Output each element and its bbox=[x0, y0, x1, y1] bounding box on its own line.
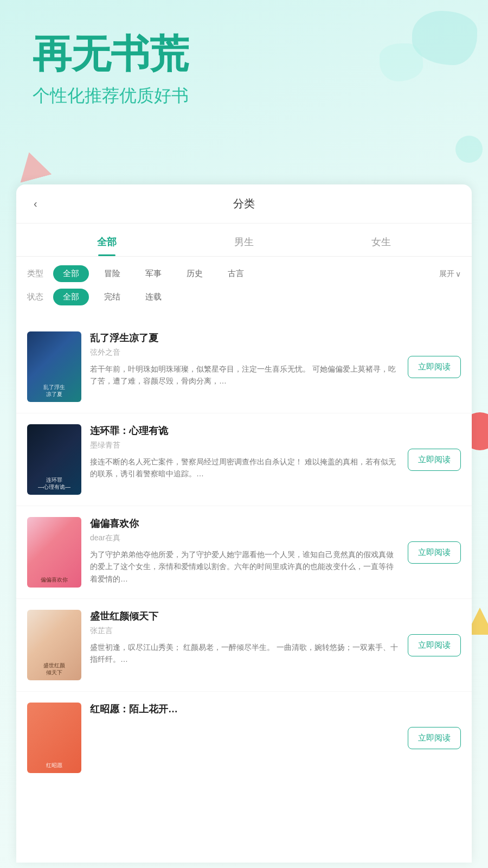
cover-text-2: 连环罪—心理有诡— bbox=[30, 476, 78, 490]
read-button-3[interactable]: 立即阅读 bbox=[408, 541, 461, 564]
book-info-5: 红昭愿：陌上花开… bbox=[90, 703, 399, 719]
read-button-2[interactable]: 立即阅读 bbox=[408, 449, 461, 471]
tab-all[interactable]: 全部 bbox=[38, 226, 175, 256]
book-item: 偏偏喜欢你 偏偏喜欢你 dear在真 为了守护弟弟他夺他所爱，为了守护爱人她宁愿… bbox=[16, 506, 472, 599]
filter-status-ongoing[interactable]: 连载 bbox=[136, 289, 171, 305]
filter-status-tags: 全部 完结 连载 bbox=[53, 289, 171, 305]
filter-type-label: 类型 bbox=[27, 269, 47, 279]
book-cover-2: 连环罪—心理有诡— bbox=[27, 424, 81, 495]
read-button-1[interactable]: 立即阅读 bbox=[408, 356, 461, 378]
book-item: 连环罪—心理有诡— 连环罪：心理有诡 墨绿青苔 接连不断的名人死亡案件，警察局经… bbox=[16, 413, 472, 506]
cover-text-4: 盛世红颜倾天下 bbox=[30, 662, 78, 676]
filter-status-row: 状态 全部 完结 连载 bbox=[27, 289, 461, 305]
filter-type-tags: 全部 冒险 军事 历史 古言 bbox=[53, 265, 254, 282]
read-button-4[interactable]: 立即阅读 bbox=[408, 634, 461, 656]
book-desc-2: 接连不断的名人死亡案件，警察局经过周密调查作出自杀认定！ 难以掩盖的真相，若有似… bbox=[90, 456, 399, 480]
hero-subtitle: 个性化推荐优质好书 bbox=[33, 84, 455, 108]
book-info-3: 偏偏喜欢你 dear在真 为了守护弟弟他夺他所爱，为了守护爱人她宁愿看他一个人哭… bbox=[90, 517, 399, 585]
book-title-4: 盛世红颜倾天下 bbox=[90, 610, 399, 623]
tab-bar: 全部 男生 女生 bbox=[16, 226, 472, 257]
book-desc-1: 若干年前，叶明珠如明珠璀璨，似繁星夺目，注定一生喜乐无忧。 可她偏偏爱上莫褚寻，… bbox=[90, 363, 399, 387]
book-title-3: 偏偏喜欢你 bbox=[90, 517, 399, 530]
book-author-4: 张芷言 bbox=[90, 626, 399, 636]
card-header: ‹ 分类 bbox=[16, 184, 472, 224]
filter-status-label: 状态 bbox=[27, 292, 47, 302]
book-author-2: 墨绿青苔 bbox=[90, 441, 399, 450]
filter-type-history[interactable]: 历史 bbox=[177, 265, 213, 282]
read-button-5[interactable]: 立即阅读 bbox=[408, 727, 461, 749]
book-title-5: 红昭愿：陌上花开… bbox=[90, 703, 399, 716]
book-item: 红昭愿 红昭愿：陌上花开… 立即阅读 bbox=[16, 692, 472, 778]
book-desc-3: 为了守护弟弟他夺他所爱，为了守护爱人她宁愿看他一个人哭，谁知自己竟然真的假戏真做… bbox=[90, 548, 399, 585]
tab-male[interactable]: 男生 bbox=[175, 226, 312, 256]
filter-status-finished[interactable]: 完结 bbox=[94, 289, 130, 305]
expand-button[interactable]: 展开 ∨ bbox=[439, 269, 461, 279]
main-card: ‹ 分类 全部 男生 女生 类型 全部 冒险 军事 历史 古言 展开 ∨ 状态 bbox=[16, 184, 472, 863]
book-title-2: 连环罪：心理有诡 bbox=[90, 424, 399, 437]
book-cover-1: 乱了浮生凉了夏 bbox=[27, 331, 81, 402]
book-cover-3: 偏偏喜欢你 bbox=[27, 517, 81, 588]
book-author-1: 弦外之音 bbox=[90, 348, 399, 358]
book-info-2: 连环罪：心理有诡 墨绿青苔 接连不断的名人死亡案件，警察局经过周密调查作出自杀认… bbox=[90, 424, 399, 480]
cover-text-3: 偏偏喜欢你 bbox=[30, 576, 78, 583]
cover-text-5: 红昭愿 bbox=[30, 762, 78, 769]
filter-type-military[interactable]: 军事 bbox=[136, 265, 171, 282]
book-cover-4: 盛世红颜倾天下 bbox=[27, 610, 81, 680]
book-author-3: dear在真 bbox=[90, 533, 399, 543]
cover-text-1: 乱了浮生凉了夏 bbox=[30, 384, 78, 398]
book-item: 盛世红颜倾天下 盛世红颜倾天下 张芷言 盛世初逢，叹尽江山秀美； 红颜易老，一醉… bbox=[16, 599, 472, 692]
filter-section: 类型 全部 冒险 军事 历史 古言 展开 ∨ 状态 全部 完结 连载 bbox=[16, 257, 472, 316]
filter-type-row: 类型 全部 冒险 军事 历史 古言 展开 ∨ bbox=[27, 265, 461, 282]
filter-status-all[interactable]: 全部 bbox=[53, 289, 89, 305]
deco-blob-2 bbox=[380, 43, 423, 81]
book-info-1: 乱了浮生凉了夏 弦外之音 若干年前，叶明珠如明珠璀璨，似繁星夺目，注定一生喜乐无… bbox=[90, 331, 399, 387]
book-title-1: 乱了浮生凉了夏 bbox=[90, 331, 399, 344]
page-title: 分类 bbox=[233, 196, 255, 211]
filter-type-ancient[interactable]: 古言 bbox=[218, 265, 254, 282]
tab-female[interactable]: 女生 bbox=[313, 226, 450, 256]
hero-section: 再无书荒 个性化推荐优质好书 bbox=[0, 0, 488, 184]
book-desc-4: 盛世初逢，叹尽江山秀美； 红颜易老，一醉倾尽半生。 一曲清歌，婉转悠扬；一双素手… bbox=[90, 641, 399, 666]
book-list: 乱了浮生凉了夏 乱了浮生凉了夏 弦外之音 若干年前，叶明珠如明珠璀璨，似繁星夺目… bbox=[16, 316, 472, 783]
book-item: 乱了浮生凉了夏 乱了浮生凉了夏 弦外之音 若干年前，叶明珠如明珠璀璨，似繁星夺目… bbox=[16, 321, 472, 413]
book-cover-5: 红昭愿 bbox=[27, 703, 81, 773]
deco-blob-3 bbox=[455, 136, 483, 163]
filter-type-adventure[interactable]: 冒险 bbox=[94, 265, 130, 282]
book-info-4: 盛世红颜倾天下 张芷言 盛世初逢，叹尽江山秀美； 红颜易老，一醉倾尽半生。 一曲… bbox=[90, 610, 399, 666]
filter-type-all[interactable]: 全部 bbox=[53, 265, 89, 282]
back-button[interactable]: ‹ bbox=[29, 195, 42, 212]
